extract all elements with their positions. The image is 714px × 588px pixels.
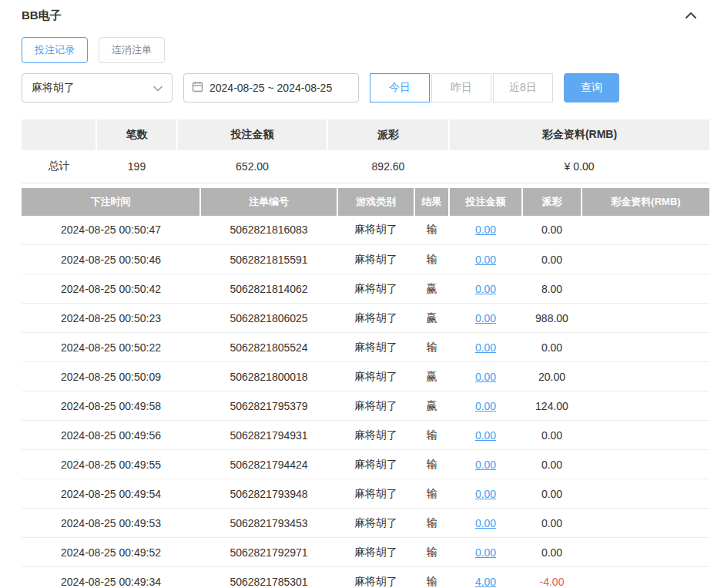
summary-total-row: 总计199652.00892.60¥ 0.00 xyxy=(22,150,709,183)
record-cell-payout: 0.00 xyxy=(522,333,582,362)
record-cell-time: 2024-08-25 00:49:52 xyxy=(22,538,200,567)
records-header-cell: 注单编号 xyxy=(200,188,337,216)
record-cell-jackpot xyxy=(582,509,709,538)
chevron-up-icon xyxy=(685,11,697,20)
record-cell-order_id: 5062821806025 xyxy=(200,304,337,333)
summary-total-cell: 199 xyxy=(96,150,177,183)
summary-header-cell: 彩金资料(RMB) xyxy=(449,119,709,150)
record-cell-time: 2024-08-25 00:50:09 xyxy=(22,362,200,391)
record-row: 2024-08-25 00:49:525062821792971麻将胡了输0.0… xyxy=(22,538,709,567)
bet-amount-link[interactable]: 0.00 xyxy=(475,429,496,442)
record-cell-bet: 0.00 xyxy=(449,245,522,274)
quick-range-yesterday-button[interactable]: 昨日 xyxy=(431,73,491,102)
bet-amount-link[interactable]: 0.00 xyxy=(475,283,496,295)
record-cell-payout: 988.00 xyxy=(522,304,582,333)
record-cell-payout: 8.00 xyxy=(522,274,582,304)
record-cell-time: 2024-08-25 00:49:34 xyxy=(22,567,200,588)
record-row: 2024-08-25 00:49:345062821785301麻将胡了输4.0… xyxy=(22,567,709,588)
record-cell-jackpot xyxy=(582,274,709,304)
records-header-cell: 派彩 xyxy=(522,188,582,216)
record-row: 2024-08-25 00:49:585062821795379麻将胡了赢0.0… xyxy=(22,391,709,421)
records-panel: BB电子 投注记录 连消注单 麻将胡了 2024-08-25 ~ 2024-08… xyxy=(0,0,714,588)
summary-header-cell: 笔数 xyxy=(96,119,177,150)
record-cell-time: 2024-08-25 00:50:42 xyxy=(22,274,200,304)
bet-amount-link[interactable]: 0.00 xyxy=(475,254,496,266)
record-cell-bet: 0.00 xyxy=(449,216,522,245)
record-row: 2024-08-25 00:50:235062821806025麻将胡了赢0.0… xyxy=(22,304,709,333)
bet-amount-link[interactable]: 0.00 xyxy=(475,459,496,471)
record-cell-result: 输 xyxy=(414,216,449,245)
record-cell-result: 赢 xyxy=(414,304,449,333)
record-cell-order_id: 5062821785301 xyxy=(200,567,337,588)
records-header-cell: 彩金资料(RMB) xyxy=(582,188,709,216)
record-cell-result: 赢 xyxy=(414,362,449,391)
bet-amount-link[interactable]: 0.00 xyxy=(475,517,496,529)
bet-amount-link[interactable]: 0.00 xyxy=(475,223,496,236)
record-cell-jackpot xyxy=(582,450,709,479)
record-cell-jackpot xyxy=(582,421,709,450)
date-range-input[interactable]: 2024-08-25 ~ 2024-08-25 xyxy=(183,73,359,102)
bet-amount-link[interactable]: 4.00 xyxy=(475,576,496,588)
record-cell-bet: 4.00 xyxy=(449,567,522,588)
quick-range-group: 今日 昨日 近8日 xyxy=(370,73,553,102)
record-cell-result: 输 xyxy=(414,567,449,588)
search-button[interactable]: 查询 xyxy=(564,73,619,102)
quick-range-last8days-button[interactable]: 近8日 xyxy=(493,73,553,102)
record-cell-time: 2024-08-25 00:49:55 xyxy=(22,450,200,479)
record-cell-payout: 0.00 xyxy=(522,479,582,509)
records-header-cell: 投注金额 xyxy=(449,188,522,216)
bet-amount-link[interactable]: 0.00 xyxy=(475,400,496,412)
record-cell-time: 2024-08-25 00:50:46 xyxy=(22,245,200,274)
record-cell-game: 麻将胡了 xyxy=(337,362,414,391)
record-cell-order_id: 5062821792971 xyxy=(200,538,337,567)
record-cell-result: 赢 xyxy=(414,274,449,304)
record-cell-order_id: 5062821815591 xyxy=(200,245,337,274)
records-header-cell: 下注时间 xyxy=(22,188,200,216)
tab-bet-records[interactable]: 投注记录 xyxy=(22,37,88,63)
filter-bar: 麻将胡了 2024-08-25 ~ 2024-08-25 今日 昨日 近8日 查… xyxy=(22,73,709,102)
record-cell-payout: 0.00 xyxy=(522,216,582,245)
record-cell-order_id: 5062821794424 xyxy=(200,450,337,479)
record-cell-order_id: 5062821794931 xyxy=(200,421,337,450)
record-cell-jackpot xyxy=(582,304,709,333)
record-cell-bet: 0.00 xyxy=(449,333,522,362)
record-cell-game: 麻将胡了 xyxy=(337,216,414,245)
record-cell-payout: -4.00 xyxy=(522,567,582,588)
record-cell-payout: 0.00 xyxy=(522,538,582,567)
bet-amount-link[interactable]: 0.00 xyxy=(475,488,496,500)
bet-amount-link[interactable]: 0.00 xyxy=(475,312,496,324)
record-row: 2024-08-25 00:50:425062821814062麻将胡了赢0.0… xyxy=(22,274,709,304)
record-cell-payout: 124.00 xyxy=(522,391,582,421)
record-cell-game: 麻将胡了 xyxy=(337,333,414,362)
record-cell-jackpot xyxy=(582,479,709,509)
record-cell-order_id: 5062821795379 xyxy=(200,391,337,421)
record-cell-time: 2024-08-25 00:49:56 xyxy=(22,421,200,450)
record-row: 2024-08-25 00:49:535062821793453麻将胡了输0.0… xyxy=(22,509,709,538)
summary-total-cell: 652.00 xyxy=(177,150,327,183)
record-cell-game: 麻将胡了 xyxy=(337,450,414,479)
bet-amount-link[interactable]: 0.00 xyxy=(475,371,496,383)
page-title: BB电子 xyxy=(22,8,62,23)
bet-amount-link[interactable]: 0.00 xyxy=(475,341,496,354)
summary-total-cell: 总计 xyxy=(22,150,96,183)
record-cell-bet: 0.00 xyxy=(449,450,522,479)
game-select-value: 麻将胡了 xyxy=(32,81,75,95)
record-cell-time: 2024-08-25 00:49:53 xyxy=(22,509,200,538)
record-cell-payout: 0.00 xyxy=(522,245,582,274)
record-cell-jackpot xyxy=(582,391,709,421)
collapse-panel-button[interactable] xyxy=(683,9,699,22)
record-cell-result: 输 xyxy=(414,450,449,479)
record-cell-result: 输 xyxy=(414,333,449,362)
game-select[interactable]: 麻将胡了 xyxy=(22,73,173,102)
record-cell-time: 2024-08-25 00:50:47 xyxy=(22,216,200,245)
record-cell-payout: 0.00 xyxy=(522,509,582,538)
quick-range-today-button[interactable]: 今日 xyxy=(370,73,430,102)
record-row: 2024-08-25 00:49:555062821794424麻将胡了输0.0… xyxy=(22,450,709,479)
record-cell-result: 输 xyxy=(414,509,449,538)
tab-cancelled-bets[interactable]: 连消注单 xyxy=(99,37,165,63)
record-cell-jackpot xyxy=(582,245,709,274)
record-row: 2024-08-25 00:50:475062821816083麻将胡了输0.0… xyxy=(22,216,709,245)
record-cell-game: 麻将胡了 xyxy=(337,567,414,588)
summary-total-cell: 892.60 xyxy=(327,150,449,183)
bet-amount-link[interactable]: 0.00 xyxy=(475,546,496,559)
